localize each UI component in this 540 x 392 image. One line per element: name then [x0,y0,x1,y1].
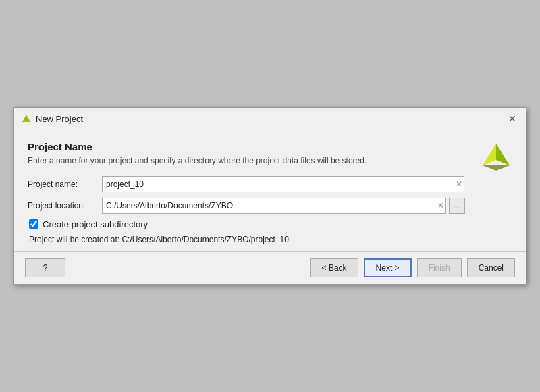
app-logo-icon [21,113,32,124]
project-location-input[interactable] [102,198,446,214]
next-button[interactable]: Next > [364,258,412,277]
create-subdirectory-checkbox[interactable] [29,219,38,229]
create-subdirectory-label[interactable]: Create project subdirectory [43,219,148,229]
project-name-input[interactable] [102,176,464,192]
dialog-footer: ? < Back Next > Finish Cancel [14,251,526,284]
help-button[interactable]: ? [25,258,65,277]
finish-button[interactable]: Finish [417,258,462,277]
create-subdirectory-row: Create project subdirectory [28,219,465,229]
svg-marker-2 [483,144,496,165]
svg-marker-1 [496,144,510,165]
footer-left: ? [25,258,65,277]
dialog-content: Project Name Enter a name for your proje… [28,141,465,244]
project-path-prefix: Project will be created at: [29,235,119,244]
section-subtitle: Enter a name for your project and specif… [28,155,465,167]
project-location-label: Project location: [28,201,102,211]
project-location-clear-button[interactable]: ✕ [435,200,447,212]
close-button[interactable]: ✕ [506,112,519,125]
project-path-value: C:/Users/Alberto/Documents/ZYBO/project_… [122,235,288,244]
back-button[interactable]: < Back [310,258,358,277]
svg-marker-3 [483,165,510,171]
project-name-input-wrap: ✕ [102,176,465,192]
project-path-row: Project will be created at: C:/Users/Alb… [28,235,465,244]
title-bar-left: New Project [21,113,83,124]
title-bar: New Project ✕ [14,108,526,130]
section-title: Project Name [28,141,465,152]
dialog-title: New Project [36,114,83,124]
project-location-input-wrap: ✕ … [102,198,465,214]
project-location-browse-button[interactable]: … [449,198,465,214]
cancel-button[interactable]: Cancel [467,258,515,277]
dialog-body: Project Name Enter a name for your proje… [14,130,526,251]
vivado-logo-icon [480,141,512,173]
new-project-dialog: New Project ✕ Project Name Enter a name … [14,107,526,285]
dialog-icon-area [472,141,512,244]
project-name-label: Project name: [28,179,102,189]
footer-right: < Back Next > Finish Cancel [310,258,515,277]
project-name-clear-button[interactable]: ✕ [453,178,465,190]
project-location-row: Project location: ✕ … [28,198,465,214]
svg-marker-0 [22,115,30,122]
project-name-row: Project name: ✕ [28,176,465,192]
